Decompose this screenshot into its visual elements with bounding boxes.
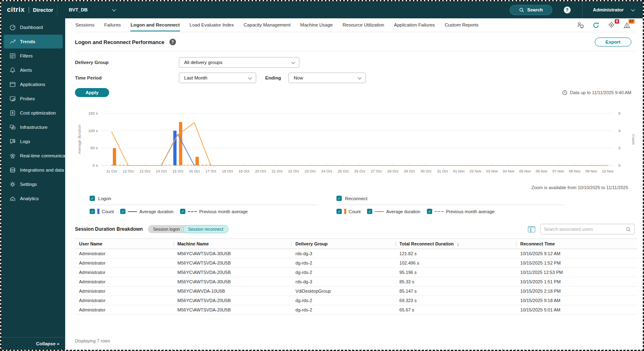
table-row[interactable]: AdministratorM56YC\AWTSVDA-30U5Brds-dg-3…	[75, 277, 637, 287]
sidebar-item-applications[interactable]: Applications	[4, 77, 63, 91]
tab-machine-usage[interactable]: Machine Usage	[300, 19, 333, 31]
refresh-icon[interactable]	[592, 22, 600, 29]
infrastructure-icon	[9, 124, 16, 130]
svg-text:22 Oct: 22 Oct	[288, 169, 299, 173]
checkbox-checked-icon[interactable]: ✓	[120, 209, 125, 214]
table-cell: Administrator	[75, 287, 174, 296]
cost-optimization-icon	[9, 110, 16, 116]
checkbox-checked-icon[interactable]: ✓	[90, 196, 95, 201]
export-button[interactable]: Export	[595, 38, 631, 46]
sidebar-item-label: Analytics	[20, 196, 39, 201]
sidebar-item-integrations-and-data-exports[interactable]: Integrations and data exports	[4, 163, 63, 177]
user-sessions-icon[interactable]	[577, 22, 585, 29]
checkbox-checked-icon[interactable]: ✓	[367, 209, 372, 214]
table-row[interactable]: AdministratorM56YC\AWVDA-10U5BVdiDesktop…	[75, 287, 637, 296]
table-cell: dg-rds-2	[291, 258, 395, 268]
tab-application-failures[interactable]: Application Failures	[393, 19, 435, 31]
sidebar-item-dashboard[interactable]: Dashboard	[4, 20, 63, 34]
performance-chart-svg[interactable]: 0 s050 s2100 s4150 s6Average durationCou…	[75, 108, 639, 183]
apply-button[interactable]: Apply	[75, 88, 109, 97]
legend-item-previous-month-average: ✓Previous month average	[180, 209, 248, 214]
search-button[interactable]: Search	[510, 5, 552, 15]
checkbox-checked-icon[interactable]: ✓	[90, 209, 95, 214]
legend-item-label: Count	[349, 209, 360, 214]
svg-text:4: 4	[618, 128, 620, 133]
sidebar-item-analytics[interactable]: Analytics	[4, 192, 63, 205]
sidebar-item-label: Cost optimization	[20, 110, 56, 115]
column-picker-icon[interactable]	[528, 226, 535, 232]
page-help-icon[interactable]: ?	[169, 39, 176, 45]
column-header-delivery-group[interactable]: Delivery Group	[291, 239, 395, 249]
sidebar-item-infrastructure[interactable]: Infrastructure	[4, 120, 63, 134]
tab-capacity-management[interactable]: Capacity Management	[243, 19, 291, 31]
sidebar-collapse-button[interactable]: Collapse «	[1, 337, 65, 350]
search-icon	[519, 7, 524, 13]
checkbox-checked-icon[interactable]: ✓	[427, 209, 432, 214]
table-cell: 85.33 s	[396, 277, 517, 287]
site-selector-value: BVT_DB	[69, 7, 88, 12]
sidebar-item-label: Logs	[20, 139, 30, 144]
table-cell: M56YC\AWTSVDA-20U5B	[174, 268, 292, 277]
search-icon[interactable]	[626, 227, 631, 232]
tab-sessions[interactable]: Sessions	[75, 19, 95, 31]
tab-load-evaluator-index[interactable]: Load Evaluator Index	[189, 19, 234, 31]
column-header-total-reconnect-duration[interactable]: Total Reconnect Duration↓	[396, 239, 517, 249]
sidebar-item-cost-optimization[interactable]: Cost optimization	[4, 106, 63, 120]
logon-reconnect-chart[interactable]: 0 s050 s2100 s4150 s6Average durationCou…	[75, 108, 637, 190]
tab-custom-reports[interactable]: Custom Reports	[444, 19, 479, 31]
data-up-to-text: Data up to 11/11/2025 9:40 AM	[570, 90, 631, 95]
sidebar-item-probes[interactable]: Probes	[4, 92, 63, 106]
checkbox-checked-icon[interactable]: ✓	[336, 196, 342, 201]
tab-failures[interactable]: Failures	[104, 19, 121, 31]
warnings-notification-icon[interactable]: 57	[623, 22, 631, 29]
user-menu[interactable]: Administrator	[582, 1, 643, 18]
sidebar-item-trends[interactable]: Trends	[4, 35, 63, 49]
table-cell: Administrator	[75, 305, 174, 315]
svg-text:31 Oct: 31 Oct	[437, 169, 448, 173]
ending-select[interactable]: Now	[288, 73, 366, 83]
filters-icon	[9, 53, 16, 59]
svg-text:6: 6	[618, 111, 620, 115]
delivery-group-select[interactable]: All delivery groups	[179, 57, 299, 68]
toggle-session-reconnect[interactable]: Session reconnect	[183, 225, 229, 233]
logs-icon	[9, 138, 16, 145]
associated-users-search-input[interactable]	[544, 227, 626, 232]
sidebar-item-alerts[interactable]: Alerts	[4, 63, 63, 77]
time-period-select[interactable]: Last Month	[179, 73, 256, 83]
checkbox-checked-icon[interactable]: ✓	[180, 209, 185, 214]
tab-resource-utilization[interactable]: Resource Utilization	[342, 19, 385, 31]
column-header-reconnect-time[interactable]: Reconnect Time	[516, 239, 637, 249]
table-row[interactable]: AdministratorM56YC\AWTSVDA-20U5Bdg-rds-2…	[75, 258, 637, 268]
table-row-count: Displaying 7 rows	[75, 338, 637, 343]
svg-text:02 Nov: 02 Nov	[470, 169, 481, 173]
table-row[interactable]: AdministratorM56YC\AWTSVDA-20U5Bdg-rds-2…	[75, 305, 637, 315]
product-name: Director	[33, 7, 53, 13]
svg-text:0 s: 0 s	[92, 163, 98, 168]
search-button-label: Search	[527, 7, 543, 12]
alerts-notification-icon[interactable]: 8	[608, 22, 616, 29]
toggle-session-logon[interactable]: Session logon	[148, 225, 185, 233]
sidebar-item-filters[interactable]: Filters	[4, 49, 63, 63]
table-row[interactable]: AdministratorM56YC\AWTSVDA-20U5Bdg-rds-2…	[75, 296, 637, 305]
svg-text:24 Oct: 24 Oct	[321, 169, 332, 173]
chevron-down-icon	[631, 7, 635, 11]
column-header-user-name[interactable]: User Name	[75, 239, 174, 249]
sidebar-item-real-time-communications[interactable]: Real-time communications	[4, 149, 63, 163]
sidebar-item-label: Probes	[20, 96, 35, 101]
sidebar-item-settings[interactable]: Settings	[4, 177, 63, 191]
tab-logon-and-reconnect[interactable]: Logon and Reconnect	[130, 19, 180, 31]
svg-text:21 Oct: 21 Oct	[272, 169, 283, 173]
help-icon[interactable]: ?	[564, 7, 571, 13]
trends-tab-bar: SessionsFailuresLogon and ReconnectLoad …	[75, 19, 479, 31]
dashboard-icon	[9, 24, 16, 31]
column-header-machine-name[interactable]: Machine Name	[174, 239, 292, 249]
sidebar-item-logs[interactable]: Logs	[4, 135, 63, 148]
table-row[interactable]: AdministratorM56YC\AWTSVDA-30U5Brds-dg-3…	[75, 249, 637, 258]
table-row[interactable]: AdministratorM56YC\AWTSVDA-20U5Bdg-rds-2…	[75, 268, 637, 277]
checkbox-checked-icon[interactable]: ✓	[336, 209, 342, 214]
site-selector[interactable]: BVT_DB	[57, 7, 123, 12]
table-cell: 121.82 s	[396, 249, 517, 258]
bar-swatch	[344, 209, 346, 214]
sidebar-nav: DashboardTrendsFiltersAlertsApplications…	[1, 18, 65, 350]
warnings-badge: 57	[629, 19, 635, 24]
